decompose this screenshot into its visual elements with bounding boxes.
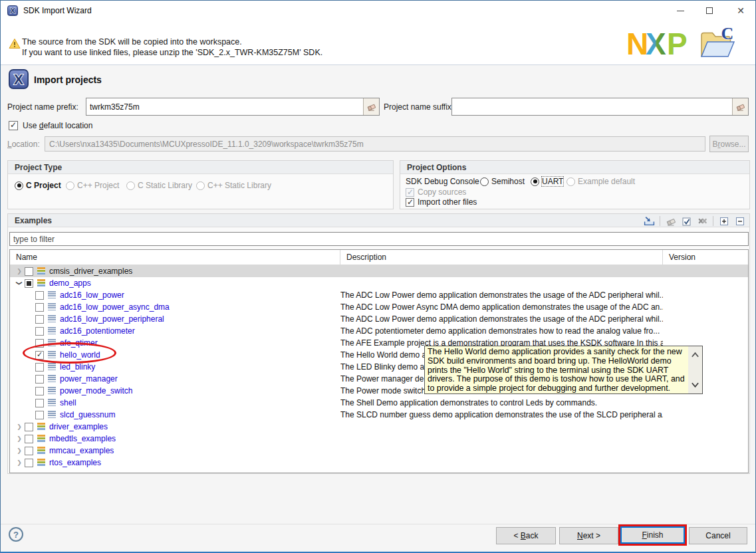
- maximize-icon: [706, 7, 713, 14]
- category-icon: [37, 447, 45, 455]
- row-checkbox-unchecked[interactable]: [35, 363, 44, 372]
- row-label[interactable]: mbedtls_examples: [49, 434, 116, 443]
- minimize-button[interactable]: [669, 1, 692, 21]
- clear-filter-eraser-icon[interactable]: [665, 215, 676, 227]
- row-checkbox-unchecked[interactable]: [25, 435, 33, 443]
- row-checkbox-unchecked[interactable]: [25, 459, 33, 467]
- expand-all-icon[interactable]: [718, 215, 729, 227]
- uncheck-all-icon[interactable]: [697, 215, 708, 227]
- radio-cpp-static-library[interactable]: C++ Static Library: [196, 181, 271, 190]
- row-checkbox-unchecked[interactable]: [25, 423, 33, 431]
- row-label[interactable]: power_mode_switch: [60, 386, 132, 395]
- row-label[interactable]: adc16_low_power: [60, 290, 124, 300]
- examples-filter-input[interactable]: [10, 233, 748, 245]
- column-header-version[interactable]: Version: [663, 250, 748, 265]
- row-label[interactable]: rtos_examples: [49, 458, 101, 467]
- row-label[interactable]: mmcau_examples: [49, 446, 114, 455]
- clear-prefix-button[interactable]: [363, 98, 379, 115]
- project-options-group: Project Options SDK Debug Console Semiho…: [400, 160, 750, 209]
- copy-sources-row[interactable]: Copy sources: [406, 187, 466, 197]
- tree-collapsed-icon[interactable]: ❯: [14, 268, 25, 275]
- tree-row-adc16_low_power[interactable]: adc16_low_powerThe ADC Low Power demo ap…: [10, 289, 748, 301]
- tree-row-adc16_low_power_async_dma[interactable]: adc16_low_power_async_dmaThe ADC Low Pow…: [10, 301, 748, 313]
- row-checkbox-checked[interactable]: [35, 351, 44, 360]
- import-example-icon[interactable]: [644, 215, 655, 227]
- example-icon: [48, 375, 56, 383]
- tree-row-adc16_potentiometer[interactable]: adc16_potentiometerThe ADC potentiometer…: [10, 325, 748, 337]
- row-checkbox-unchecked[interactable]: [35, 315, 44, 324]
- project-name-prefix-input[interactable]: [86, 98, 363, 115]
- collapse-all-icon[interactable]: [734, 215, 745, 227]
- row-label[interactable]: power_manager: [60, 374, 118, 384]
- tree-expanded-icon[interactable]: ❯: [16, 278, 23, 288]
- row-label[interactable]: slcd_guessnum: [60, 410, 115, 419]
- check-all-icon[interactable]: [681, 215, 692, 227]
- project-name-suffix-input[interactable]: [452, 98, 732, 115]
- row-label[interactable]: afe_qtimer: [60, 338, 98, 348]
- use-default-location-row: Use default location: [9, 121, 92, 130]
- column-header-description[interactable]: Description: [340, 250, 663, 265]
- row-label[interactable]: adc16_low_power_async_dma: [60, 302, 170, 312]
- radio-semihost[interactable]: Semihost: [480, 177, 525, 186]
- maximize-button[interactable]: [698, 1, 721, 21]
- back-button[interactable]: < Back: [496, 527, 556, 544]
- row-checkbox-unchecked[interactable]: [35, 303, 44, 312]
- tree-row-adc16_low_power_peripheral[interactable]: adc16_low_power_peripheralThe ADC Low Po…: [10, 313, 748, 325]
- close-button[interactable]: ✕: [729, 1, 752, 21]
- examples-group: Examples: [7, 213, 750, 474]
- row-checkbox-unchecked[interactable]: [35, 327, 44, 336]
- examples-toolbar: [644, 215, 745, 227]
- column-header-name[interactable]: Name: [10, 250, 340, 265]
- location-value-field: C:\Users\nxa13435\Documents\MCUXpressoID…: [45, 136, 705, 152]
- radio-cpp-project[interactable]: C++ Project: [66, 181, 119, 190]
- row-checkbox-unchecked[interactable]: [25, 447, 33, 455]
- row-checkbox-unchecked[interactable]: [25, 267, 33, 276]
- tree-row-shell[interactable]: shellThe Shell Demo application demonstr…: [10, 397, 748, 409]
- scroll-up-icon[interactable]: [691, 352, 699, 358]
- tree-row-mmcau_examples[interactable]: ❯mmcau_examples: [10, 445, 748, 457]
- scroll-down-icon[interactable]: [691, 382, 699, 388]
- warning-text-line2: If you want to use linked files, please …: [22, 48, 322, 57]
- row-label[interactable]: driver_examples: [49, 422, 108, 431]
- tree-row-cmsis_driver_examples[interactable]: ❯cmsis_driver_examples: [10, 265, 748, 277]
- row-checkbox-unchecked[interactable]: [35, 411, 44, 419]
- tree-row-rtos_examples[interactable]: ❯rtos_examples: [10, 457, 748, 469]
- tree-collapsed-icon[interactable]: ❯: [14, 435, 25, 442]
- next-button[interactable]: Next >: [559, 527, 618, 544]
- tree-row-demo_apps[interactable]: ❯demo_apps: [10, 277, 748, 289]
- row-label[interactable]: shell: [60, 398, 76, 407]
- clear-suffix-button[interactable]: [732, 98, 748, 115]
- radio-c-static-library[interactable]: C Static Library: [126, 181, 192, 190]
- row-label[interactable]: cmsis_driver_examples: [49, 267, 132, 276]
- tree-row-driver_examples[interactable]: ❯driver_examples: [10, 421, 748, 433]
- radio-icon: [66, 181, 74, 190]
- row-label[interactable]: demo_apps: [49, 278, 91, 288]
- svg-text:P: P: [667, 27, 688, 60]
- row-description: The ADC Low Power Async DMA demo applica…: [340, 302, 663, 312]
- row-label[interactable]: adc16_low_power_peripheral: [60, 314, 164, 324]
- radio-c-project[interactable]: C Project: [15, 181, 61, 190]
- row-checkbox-unchecked[interactable]: [35, 387, 44, 395]
- row-checkbox-partial[interactable]: [25, 279, 33, 288]
- finish-button[interactable]: Finish: [620, 526, 685, 544]
- tree-collapsed-icon[interactable]: ❯: [14, 423, 25, 430]
- row-label[interactable]: led_blinky: [60, 362, 95, 372]
- cancel-button[interactable]: Cancel: [689, 527, 747, 544]
- browse-button[interactable]: Browse...: [709, 136, 749, 152]
- row-checkbox-unchecked[interactable]: [35, 291, 44, 300]
- row-checkbox-unchecked[interactable]: [35, 339, 44, 348]
- tree-collapsed-icon[interactable]: ❯: [14, 459, 25, 466]
- row-label[interactable]: adc16_potentiometer: [60, 326, 135, 336]
- tree-row-mbedtls_examples[interactable]: ❯mbedtls_examples: [10, 433, 748, 445]
- use-default-location-checkbox[interactable]: [9, 121, 18, 130]
- radio-example-default[interactable]: Example default: [567, 177, 635, 186]
- tree-row-slcd_guessnum[interactable]: slcd_guessnumThe SLCD number guess demo …: [10, 409, 748, 421]
- row-checkbox-unchecked[interactable]: [35, 399, 44, 407]
- example-icon: [48, 351, 56, 359]
- row-label[interactable]: hello_world: [60, 350, 100, 360]
- row-checkbox-unchecked[interactable]: [35, 375, 44, 384]
- help-button[interactable]: ?: [9, 527, 23, 542]
- tree-collapsed-icon[interactable]: ❯: [14, 447, 25, 454]
- radio-uart[interactable]: UART: [531, 177, 563, 186]
- import-other-files-row[interactable]: Import other files: [406, 197, 477, 207]
